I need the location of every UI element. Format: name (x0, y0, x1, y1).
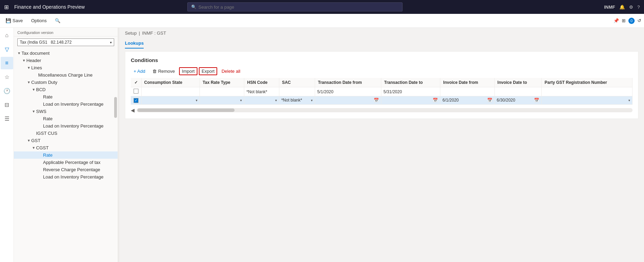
row1-invoice-date-from[interactable] (440, 87, 494, 96)
table-icon-btn[interactable]: ⊟ (1, 98, 13, 111)
txn-date-to-calendar[interactable]: 📅 (433, 98, 438, 103)
tree-item-misc-charge-line[interactable]: Miscellaneous Charge Line (14, 71, 118, 79)
tree-item-load-inv-bcd[interactable]: Load on Inventory Percentage (14, 101, 118, 108)
filter-icon-btn[interactable]: ▽ (1, 43, 13, 55)
row2-invoice-date-to[interactable]: 6/30/2020 📅 (494, 96, 542, 105)
tree-scrollbar-thumb[interactable] (114, 97, 117, 118)
search-bar[interactable]: 🔍 (187, 2, 402, 11)
tree-item-lines[interactable]: ▼ Lines (14, 64, 118, 71)
row2-checkbox[interactable]: ✓ (134, 98, 138, 103)
row2-tax-rate-type[interactable]: ▾ (200, 96, 244, 105)
col-sac: SAC (279, 78, 315, 87)
row1-sac[interactable] (279, 87, 315, 96)
row2-txn-date-to[interactable]: 📅 (381, 96, 440, 105)
tree-item-igst-cus[interactable]: IGST CUS (14, 130, 118, 137)
gear-icon[interactable]: ⚙ (629, 5, 633, 10)
pin-icon[interactable]: 📌 (613, 18, 619, 23)
table-row: *Not blank* 5/1/2020 5/31/2020 (131, 87, 633, 96)
row2-sac[interactable]: *Not blank* ▾ (279, 96, 315, 105)
resize-handle[interactable] (118, 28, 119, 262)
search-input[interactable] (198, 5, 399, 10)
tree-item-reverse-charge[interactable]: Reverse Charge Percentage (14, 166, 118, 173)
col-txn-date-to: Transaction Date to (381, 78, 440, 87)
save-button[interactable]: 💾 Save (3, 17, 26, 25)
breadcrumb: Setup | INMF : GST (119, 28, 644, 38)
main-layout: ⌂ ▽ ≡ ☆ 🕐 ⊟ ☰ Configuration version Tax … (0, 28, 644, 262)
tree-item-bcd[interactable]: ▼ BCD (14, 86, 118, 93)
breadcrumb-separator: | (139, 30, 140, 36)
h-scroll-area: ◀ (131, 107, 633, 113)
star-icon-btn[interactable]: ☆ (1, 71, 13, 83)
conditions-title: Conditions (131, 57, 633, 63)
header-checkmark: ✓ (134, 80, 138, 85)
remove-icon: 🗑 (152, 69, 157, 74)
row2-check[interactable]: ✓ (131, 96, 141, 105)
row2-hsn-code[interactable]: ▾ (244, 96, 279, 105)
notification-count[interactable]: 0 (628, 18, 635, 24)
row1-invoice-date-to[interactable] (494, 87, 542, 96)
tree-item-sws[interactable]: ▼ SWS (14, 108, 118, 115)
tree-item-rate-cgst[interactable]: Rate (14, 151, 118, 159)
row1-hsn-code[interactable]: *Not blank* (244, 87, 279, 96)
txn-date-from-calendar[interactable]: 📅 (374, 98, 379, 103)
tax-rate-type-caret: ▾ (240, 98, 242, 102)
layout-icon[interactable]: ⊞ (622, 18, 626, 23)
expand-gst: ▼ (26, 139, 31, 142)
tree-item-load-inv-cgst[interactable]: Load on Inventory Percentage (14, 173, 118, 181)
config-chevron: ▾ (110, 41, 112, 44)
tree-item-tax-document[interactable]: ▼ Tax document (14, 50, 118, 57)
row1-check[interactable] (131, 87, 141, 96)
invoice-date-to-calendar[interactable]: 📅 (534, 98, 539, 103)
row2-party-gst-reg[interactable]: ▾ (542, 96, 633, 105)
h-scrollbar[interactable] (137, 108, 633, 112)
row2-invoice-date-from[interactable]: 6/1/2020 📅 (440, 96, 494, 105)
clock-icon-btn[interactable]: 🕐 (1, 85, 13, 97)
tab-lookups[interactable]: Lookups (125, 38, 144, 49)
add-button[interactable]: + Add (131, 67, 148, 75)
tree-item-gst[interactable]: ▼ GST (14, 137, 118, 144)
row1-tax-rate-type[interactable] (200, 87, 244, 96)
tree-item-custom-duty[interactable]: ▼ Custom Duty (14, 79, 118, 86)
breadcrumb-setup: Setup (125, 30, 137, 36)
expand-sws: ▼ (31, 110, 36, 113)
row1-consumption-state[interactable] (141, 87, 200, 96)
scroll-left-arrow[interactable]: ◀ (131, 107, 135, 113)
bell-icon[interactable]: 🔔 (619, 5, 625, 10)
tree-item-rate-bcd[interactable]: Rate (14, 93, 118, 101)
options-button[interactable]: Options (28, 17, 50, 25)
row1-party-gst-reg[interactable] (542, 87, 633, 96)
import-button[interactable]: Import (179, 67, 197, 75)
app-title: Finance and Operations Preview (14, 4, 85, 10)
row2-consumption-state[interactable]: ▾ (141, 96, 200, 105)
col-consumption-state: Consumption State (141, 78, 200, 87)
save-icon: 💾 (6, 18, 11, 23)
invoice-date-from-calendar[interactable]: 📅 (487, 98, 492, 103)
tree-item-cgst[interactable]: ▼ CGST (14, 144, 118, 151)
home-icon-btn[interactable]: ⌂ (1, 29, 13, 42)
export-button[interactable]: Export (199, 67, 218, 75)
delete-all-button[interactable]: Delete all (219, 67, 243, 75)
grid-icon[interactable]: ⊞ (4, 4, 9, 10)
remove-button[interactable]: 🗑 Remove (150, 67, 178, 75)
row1-txn-date-to[interactable]: 5/31/2020 (381, 87, 440, 96)
lines-icon-btn[interactable]: ≡ (1, 57, 13, 69)
toolbar-search-button[interactable]: 🔍 (52, 17, 63, 25)
row1-txn-date-from[interactable]: 5/1/2020 (315, 87, 381, 96)
row2-txn-date-from[interactable]: 📅 (315, 96, 381, 105)
list-icon-btn[interactable]: ☰ (1, 112, 13, 125)
refresh-icon[interactable]: ↺ (637, 18, 641, 23)
tree-item-load-inv-sws[interactable]: Load on Inventory Percentage (14, 122, 118, 130)
h-scrollbar-thumb[interactable] (137, 108, 235, 112)
expand-header: ▼ (22, 59, 26, 62)
tree-item-applicable-pct[interactable]: Applicable Percentage of tax (14, 159, 118, 166)
col-check: ✓ (131, 78, 141, 87)
tree-item-rate-sws[interactable]: Rate (14, 115, 118, 122)
tree-item-header[interactable]: ▼ Header (14, 57, 118, 64)
col-party-gst-reg: Party GST Registration Number (542, 78, 633, 87)
question-icon[interactable]: ? (637, 5, 640, 10)
party-gst-reg-caret: ▾ (628, 98, 630, 102)
col-tax-rate-type: Tax Rate Type (200, 78, 244, 87)
col-hsn-code: HSN Code (244, 78, 279, 87)
config-selector[interactable]: Tax (India GS1 82.148.272 ▾ (17, 38, 114, 46)
col-invoice-date-from: Invoice Date from (440, 78, 494, 87)
